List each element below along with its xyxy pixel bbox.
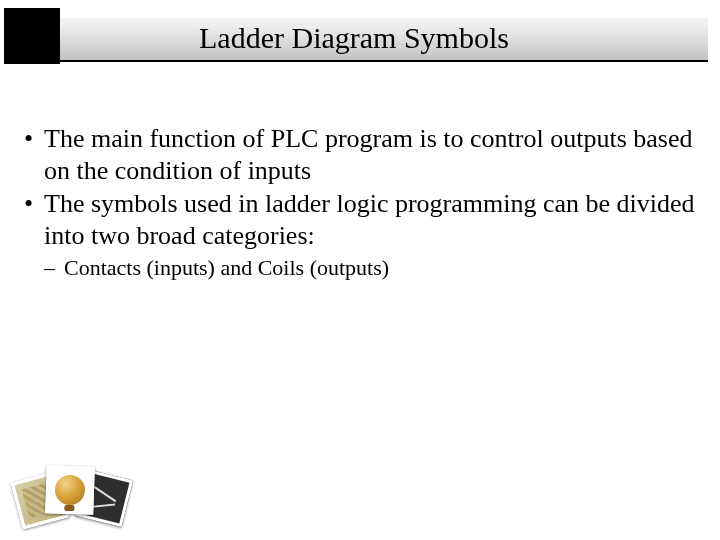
bullet-item: The symbols used in ladder logic program…: [22, 188, 698, 281]
title-bar: Ladder Diagram Symbols: [0, 8, 708, 68]
sub-bullet-list: Contacts (inputs) and Coils (outputs): [44, 254, 698, 282]
globe-icon: [45, 465, 95, 515]
sub-bullet-item: Contacts (inputs) and Coils (outputs): [44, 254, 698, 282]
content-area: The main function of PLC program is to c…: [0, 68, 720, 281]
bullet-item: The main function of PLC program is to c…: [22, 123, 698, 186]
bullet-text: The symbols used in ladder logic program…: [44, 189, 695, 250]
slide-title: Ladder Diagram Symbols: [0, 18, 708, 62]
bullet-list: The main function of PLC program is to c…: [22, 123, 698, 281]
decorative-photo-stack: [16, 448, 126, 528]
